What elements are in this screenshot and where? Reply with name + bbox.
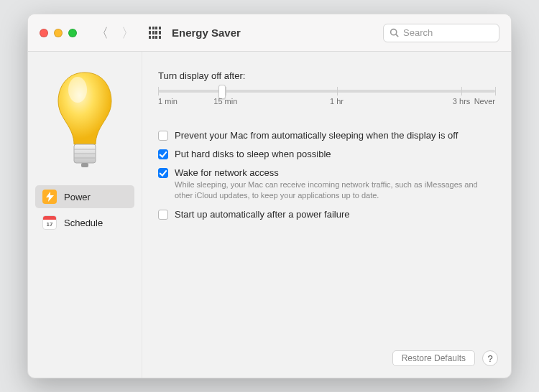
slider-label: 15 min: [213, 97, 237, 106]
search-field[interactable]: [383, 24, 499, 42]
options-list: Prevent your Mac from automatically slee…: [158, 130, 495, 220]
bulb-icon: [52, 66, 117, 174]
forward-button[interactable]: 〉: [121, 27, 134, 39]
slider-label: Never: [474, 97, 495, 106]
titlebar: 〈 〉 Energy Saver: [28, 14, 511, 52]
slider-title: Turn display off after:: [158, 70, 495, 81]
svg-point-2: [68, 77, 87, 103]
option-label: Prevent your Mac from automatically slee…: [175, 130, 458, 141]
option-row: Put hard disks to sleep when possible: [158, 149, 495, 159]
calendar-icon: 17: [42, 215, 57, 230]
slider-track: [158, 90, 495, 93]
display-off-slider[interactable]: 1 min15 min1 hr3 hrsNever: [158, 85, 495, 110]
option-row: Prevent your Mac from automatically slee…: [158, 130, 495, 141]
sidebar: Power 17 Schedule: [28, 52, 142, 378]
option-row: Wake for network accessWhile sleeping, y…: [158, 167, 495, 201]
svg-rect-7: [81, 163, 88, 167]
back-button[interactable]: 〈: [96, 27, 109, 39]
slider-ticks: [158, 87, 495, 95]
checkbox[interactable]: [158, 210, 168, 220]
zoom-window-button[interactable]: [68, 29, 77, 37]
minimize-window-button[interactable]: [54, 29, 63, 37]
nav-arrows: 〈 〉: [96, 27, 134, 39]
sidebar-nav: Power 17 Schedule: [35, 185, 134, 234]
close-window-button[interactable]: [40, 29, 48, 37]
sidebar-item-schedule[interactable]: 17 Schedule: [35, 211, 134, 234]
traffic-lights: [40, 29, 77, 37]
option-label: Put hard disks to sleep when possible: [175, 149, 331, 159]
option-description: While sleeping, your Mac can receive inc…: [175, 179, 484, 201]
slider-label: 3 hrs: [453, 97, 470, 106]
checkbox[interactable]: [158, 131, 168, 141]
option-label: Wake for network access: [175, 167, 484, 178]
show-all-prefs-button[interactable]: [149, 27, 161, 39]
prefs-window: 〈 〉 Energy Saver: [27, 14, 512, 378]
slider-label: 1 hr: [330, 97, 344, 106]
checkbox[interactable]: [158, 149, 168, 159]
sidebar-item-power[interactable]: Power: [35, 185, 134, 208]
help-button[interactable]: ?: [482, 350, 498, 366]
sidebar-item-label: Schedule: [64, 218, 103, 228]
page-title: Energy Saver: [172, 27, 241, 39]
option-row: Start up automatically after a power fai…: [158, 209, 495, 220]
slider-label: 1 min: [158, 97, 178, 106]
slider-labels: 1 min15 min1 hr3 hrsNever: [158, 97, 495, 110]
sidebar-item-label: Power: [64, 192, 91, 202]
main-panel: Turn display off after: 1 min15 min1 hr3…: [142, 52, 511, 378]
checkbox[interactable]: [158, 168, 168, 178]
svg-point-0: [391, 29, 397, 35]
search-input[interactable]: [403, 27, 493, 38]
window-body: Power 17 Schedule Turn display off after…: [28, 52, 511, 378]
search-icon: [390, 28, 399, 37]
restore-defaults-button[interactable]: Restore Defaults: [392, 350, 475, 366]
footer: Restore Defaults ?: [392, 350, 498, 366]
option-label: Start up automatically after a power fai…: [175, 209, 350, 220]
bolt-icon: [42, 190, 57, 204]
svg-line-1: [396, 34, 398, 37]
